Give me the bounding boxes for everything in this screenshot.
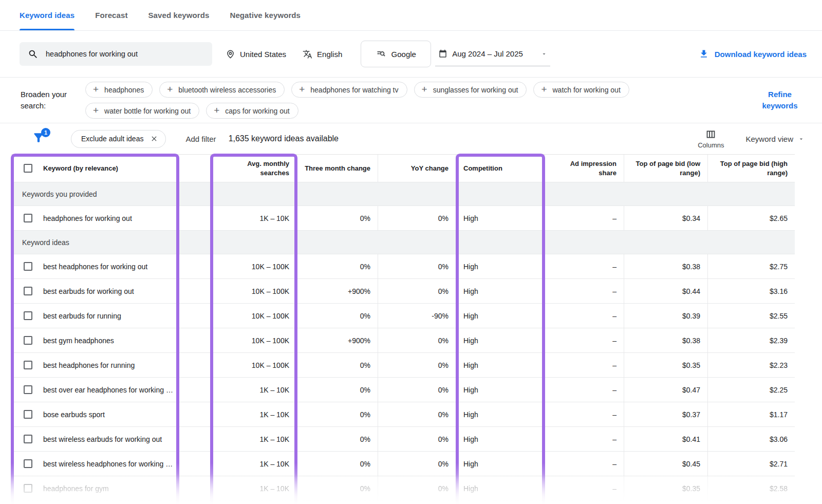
- row-checkbox[interactable]: [24, 385, 32, 394]
- chip-label: headphones: [104, 86, 144, 94]
- filter-button[interactable]: 1: [32, 131, 47, 146]
- broaden-chip[interactable]: +water bottle for working out: [85, 103, 199, 119]
- broaden-chip[interactable]: +watch for working out: [533, 82, 629, 98]
- chip-label: sunglasses for working out: [433, 86, 518, 94]
- header-top-bid-low[interactable]: Top of page bid (low range): [624, 155, 708, 182]
- ad-impression-share-cell: –: [545, 452, 624, 476]
- top-bid-low-cell: $0.41: [624, 427, 708, 451]
- avg-monthly-searches-cell: 10K – 100K: [211, 254, 297, 278]
- language-selector[interactable]: English: [303, 49, 342, 59]
- top-bid-low-cell: $0.45: [624, 452, 708, 476]
- tab-negative-keywords[interactable]: Negative keywords: [230, 0, 301, 30]
- top-bid-low-cell: $0.35: [624, 476, 708, 500]
- chip-label: bluetooth wireless accessories: [178, 86, 276, 94]
- spacer-cell: [179, 279, 211, 303]
- row-checkbox[interactable]: [24, 361, 32, 369]
- keyword-cell: best wireless earbuds for working out: [11, 427, 179, 451]
- ad-impression-share-cell: –: [545, 279, 624, 303]
- avg-monthly-searches-cell: 1K – 10K: [211, 476, 297, 500]
- row-checkbox[interactable]: [24, 287, 32, 295]
- translate-icon: [303, 49, 312, 59]
- keyword-ideas-table: Keyword (by relevance) Avg. monthly sear…: [11, 154, 795, 501]
- keyword-view-selector[interactable]: Keyword view: [745, 135, 805, 143]
- header-yoy-change[interactable]: YoY change: [378, 155, 456, 182]
- tab-bar: Keyword ideas Forecast Saved keywords Ne…: [0, 0, 822, 31]
- columns-button[interactable]: Columns: [698, 129, 724, 149]
- keyword-row: headphones for gym1K – 10K0%0%High–$0.35…: [11, 476, 795, 501]
- row-checkbox[interactable]: [24, 484, 32, 493]
- header-avg-monthly-searches[interactable]: Avg. monthly searches: [211, 155, 297, 182]
- broaden-chip[interactable]: +bluetooth wireless accessories: [159, 82, 285, 98]
- ad-impression-share-cell: –: [545, 206, 624, 230]
- chip-label: caps for working out: [225, 107, 289, 115]
- date-range-picker[interactable]: Aug 2024 – Jul 2025: [435, 42, 550, 66]
- plus-icon: +: [422, 84, 427, 94]
- yoy-change-cell: 0%: [378, 279, 456, 303]
- close-icon[interactable]: [151, 135, 158, 142]
- top-bid-low-cell: $0.34: [624, 206, 708, 230]
- chip-label: headphones for watching tv: [310, 86, 398, 94]
- tab-saved-keywords[interactable]: Saved keywords: [148, 0, 210, 30]
- filter-chip-label: Exclude adult ideas: [81, 135, 143, 143]
- broaden-chip[interactable]: +headphones: [85, 82, 153, 98]
- network-selector[interactable]: Google: [361, 41, 431, 67]
- add-filter-button[interactable]: Add filter: [185, 135, 216, 143]
- calendar-icon: [438, 49, 447, 59]
- broaden-chip[interactable]: +headphones for watching tv: [291, 82, 407, 98]
- row-checkbox[interactable]: [24, 311, 32, 320]
- header-ad-impression-share[interactable]: Ad impression share: [545, 155, 624, 182]
- keyword-search-box[interactable]: [20, 42, 212, 66]
- yoy-change-cell: -90%: [378, 304, 456, 328]
- keyword-cell: best earbuds for working out: [11, 279, 179, 303]
- row-checkbox[interactable]: [24, 336, 32, 345]
- section-header-row: Keywords you provided: [11, 182, 795, 206]
- download-icon: [699, 49, 709, 59]
- broaden-chip[interactable]: +sunglasses for working out: [414, 82, 527, 98]
- row-checkbox[interactable]: [24, 214, 32, 222]
- search-input[interactable]: [46, 50, 204, 58]
- broaden-chip[interactable]: +caps for working out: [206, 103, 298, 119]
- tab-label: Negative keywords: [230, 11, 301, 20]
- keyword-cell: best earbuds for running: [11, 304, 179, 328]
- three-month-change-cell: 0%: [297, 254, 378, 278]
- spacer-cell: [179, 353, 211, 377]
- keyword-text: best gym headphones: [43, 337, 114, 345]
- select-all-checkbox[interactable]: [24, 164, 32, 173]
- header-competition[interactable]: Competition: [456, 155, 545, 182]
- keyword-row: best gym headphones10K – 100K+900%0%High…: [11, 328, 795, 353]
- competition-cell: High: [456, 353, 545, 377]
- download-keyword-ideas-button[interactable]: Download keyword ideas: [699, 49, 807, 59]
- tab-keyword-ideas[interactable]: Keyword ideas: [20, 0, 74, 30]
- plus-icon: +: [541, 84, 547, 94]
- ad-impression-share-cell: –: [545, 328, 624, 352]
- broaden-search-label: Broaden your search:: [21, 89, 85, 111]
- columns-icon: [705, 129, 716, 140]
- competition-cell: High: [456, 279, 545, 303]
- row-checkbox[interactable]: [24, 410, 32, 419]
- filter-bar: 1 Exclude adult ideas Add filter 1,635 k…: [0, 123, 822, 154]
- header-keyword: Keyword (by relevance): [11, 155, 179, 182]
- plus-icon: +: [214, 105, 219, 115]
- ad-impression-share-cell: –: [545, 254, 624, 278]
- ad-impression-share-cell: –: [545, 353, 624, 377]
- tab-forecast[interactable]: Forecast: [95, 0, 127, 30]
- location-selector[interactable]: United States: [226, 49, 286, 59]
- row-checkbox[interactable]: [24, 262, 32, 271]
- avg-monthly-searches-cell: 1K – 10K: [211, 452, 297, 476]
- top-bid-low-cell: $0.35: [624, 353, 708, 377]
- active-filter-chip[interactable]: Exclude adult ideas: [71, 130, 166, 148]
- spacer-cell: [179, 206, 211, 230]
- top-bid-high-cell: $2.71: [708, 452, 795, 476]
- row-checkbox[interactable]: [24, 435, 32, 443]
- keyword-text: best over ear headphones for working …: [43, 386, 173, 394]
- top-bid-high-cell: $2.23: [708, 353, 795, 377]
- avg-monthly-searches-cell: 10K – 100K: [211, 304, 297, 328]
- tab-label: Keyword ideas: [20, 11, 74, 20]
- yoy-change-cell: 0%: [378, 328, 456, 352]
- header-three-month-change[interactable]: Three month change: [297, 155, 378, 182]
- row-checkbox[interactable]: [24, 459, 32, 468]
- header-top-bid-high[interactable]: Top of page bid (high range): [708, 155, 795, 182]
- avg-monthly-searches-cell: 1K – 10K: [211, 206, 297, 230]
- refine-keywords-button[interactable]: Refine keywords: [753, 89, 807, 112]
- avg-monthly-searches-cell: 1K – 10K: [211, 378, 297, 402]
